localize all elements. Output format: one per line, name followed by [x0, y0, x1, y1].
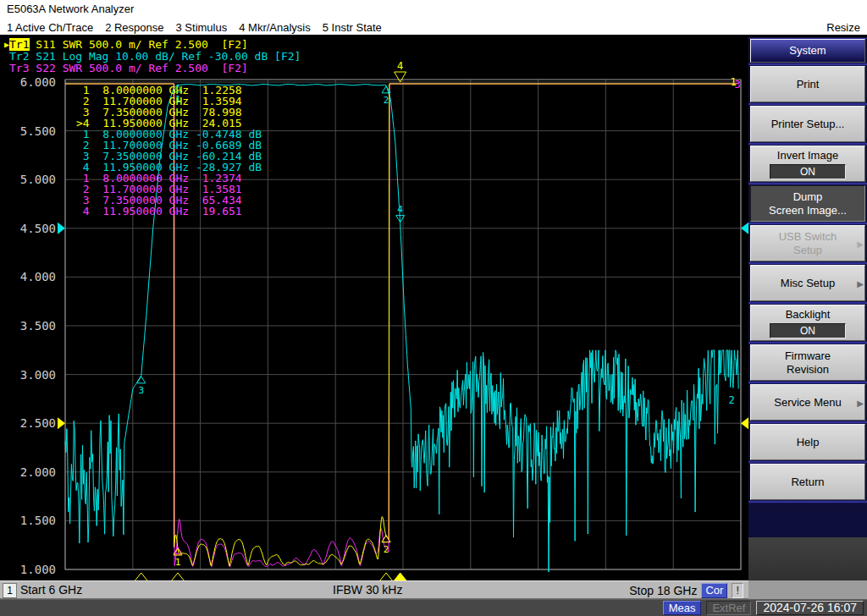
menu-item-2[interactable]: 2 Response: [105, 19, 163, 35]
status-bar-filler: [748, 580, 867, 599]
menu-items: 1 Active Ch/Trace2 Response3 Stimulus4 M…: [7, 19, 382, 35]
softkey-misc-setup[interactable]: Misc Setup▶: [750, 265, 865, 301]
y-axis-label: 2.500: [12, 416, 56, 430]
footer-bar: Meas ExtRef 2024-07-26 16:07: [0, 599, 867, 616]
trace-header-tr2[interactable]: Tr2 S21 Log Mag 10.00 dB/ Ref -30.00 dB …: [4, 51, 301, 63]
stimulus-marker: [135, 573, 148, 580]
y-axis-label: 4.000: [12, 270, 56, 283]
marker-2-tr1-label: 2: [384, 544, 389, 555]
trace-end-label-tr3: 3: [734, 79, 740, 91]
stop-frequency-label: Stop 18 GHz: [629, 584, 697, 597]
display-area: 1122344132 ▶Tr1 S11 SWR 500.0 m/ Ref 2.5…: [0, 37, 748, 580]
submenu-arrow-icon: ▶: [857, 239, 864, 248]
stimulus-marker-active: [394, 573, 407, 580]
softkey-backlight[interactable]: BacklightON: [750, 305, 865, 341]
softkey-label: Screen Image...: [769, 204, 847, 217]
menu-item-1[interactable]: 1 Active Ch/Trace: [7, 19, 93, 35]
alert-badge: !: [732, 583, 743, 598]
y-axis-label: 1.500: [12, 514, 56, 527]
softkey-label: USB Switch: [779, 230, 837, 244]
softkey-print[interactable]: Print: [750, 66, 865, 102]
window-title: E5063A Network Analyzer: [0, 0, 867, 19]
softkey-firmware-revision[interactable]: FirmwareRevision: [750, 344, 865, 381]
softkey-state-value: ON: [770, 323, 846, 338]
softkey-label: Print: [797, 78, 820, 91]
softkey-dump-screen-image[interactable]: DumpScreen Image...: [750, 185, 865, 222]
extref-status-badge: ExtRef: [706, 601, 751, 615]
softkey-label: Return: [791, 476, 824, 489]
softkey-service-menu[interactable]: Service Menu▶: [750, 384, 865, 421]
softkey-label: Firmware: [785, 349, 831, 363]
trace-params: S11 SWR 500.0 m/ Ref 2.500 [F2]: [30, 38, 248, 51]
softkey-label: Misc Setup: [781, 277, 835, 290]
marker-1-tr1-label: 1: [175, 557, 181, 568]
tr2-ref-arrow-right: [741, 223, 748, 234]
trace-id: Tr3: [9, 62, 29, 74]
softkey-state-value: ON: [770, 164, 846, 179]
active-marker-number: 4: [397, 60, 403, 72]
softkey-label: Service Menu: [774, 396, 841, 410]
softkey-label: Help: [797, 436, 820, 449]
menu-item-3[interactable]: 3 Stimulus: [176, 19, 228, 35]
trace-end-label-tr2: 2: [728, 394, 734, 406]
trace-params: S21 Log Mag 10.00 dB/ Ref -30.00 dB [F2]: [30, 50, 301, 63]
submenu-arrow-icon: ▶: [857, 278, 864, 288]
resize-button[interactable]: Resize: [826, 19, 860, 36]
tr1-ref-arrow-left: [58, 417, 65, 429]
y-axis-label: 3.000: [12, 368, 56, 382]
softkey-label: Backlight: [786, 308, 831, 322]
softkey-label: Setup: [793, 244, 822, 257]
softkey-label: System: [789, 44, 826, 58]
softkey-label: Printer Setup...: [771, 118, 845, 131]
marker-3-tr2-label: 3: [138, 385, 144, 396]
y-axis-label: 5.000: [12, 173, 56, 186]
start-frequency-label: Start 6 GHz: [20, 582, 82, 598]
stimulus-marker: [171, 573, 185, 580]
active-marker-arrow-icon: [395, 72, 406, 82]
y-axis-label: 6.000: [12, 75, 56, 89]
y-axis-label: 3.500: [12, 319, 56, 333]
softkey-system[interactable]: System: [750, 39, 865, 63]
softkey-label: Dump: [793, 190, 823, 204]
trace-id: Tr1: [9, 38, 29, 51]
menu-item-5[interactable]: 5 Instr State: [323, 19, 382, 35]
softkey-separator: [748, 500, 867, 503]
y-axis-label: 2.000: [12, 465, 56, 479]
softkey-usb-switch-setup: USB SwitchSetup▶: [750, 225, 865, 261]
y-axis-label: 5.500: [12, 124, 56, 138]
softkey-menu-filler: [748, 537, 867, 580]
menu-item-4[interactable]: 4 Mkr/Analysis: [239, 19, 311, 35]
status-bar: 1 Start 6 GHz IFBW 30 kHz Stop 18 GHz Co…: [0, 580, 748, 599]
ifbw-label: IFBW 30 kHz: [333, 582, 402, 598]
instrument-screen: E5063A Network Analyzer 1 Active Ch/Trac…: [0, 0, 867, 616]
channel-number-badge: 1: [3, 583, 17, 598]
trace-header-tr1[interactable]: ▶Tr1 S11 SWR 500.0 m/ Ref 2.500 [F2]: [4, 39, 248, 51]
stimulus-marker: [379, 573, 393, 580]
correction-badge: Cor: [701, 583, 727, 598]
softkey-help[interactable]: Help: [750, 424, 865, 460]
marker-2-tr2-label: 2: [384, 95, 389, 106]
tr2-ref-arrow-left: [58, 223, 65, 234]
softkey-printer-setup[interactable]: Printer Setup...: [750, 106, 865, 142]
trace-header-tr3[interactable]: Tr3 S22 SWR 500.0 m/ Ref 2.500 [F2]: [4, 63, 248, 74]
datetime-label: 2024-07-26 16:07: [756, 601, 864, 615]
softkey-label: Invert Image: [777, 149, 838, 162]
trace-id: Tr2: [9, 50, 29, 63]
softkey-label: Revision: [787, 363, 829, 377]
marker-row-tr3-4: 4 11.950000 GHz 19.651: [76, 206, 242, 217]
softkey-invert-image[interactable]: Invert ImageON: [750, 146, 865, 182]
marker-4-tr2-label: 4: [397, 204, 403, 215]
tr1-ref-arrow-right: [741, 417, 748, 429]
meas-status-badge: Meas: [663, 601, 702, 615]
softkey-return[interactable]: Return: [750, 464, 865, 500]
y-axis-label: 1.000: [12, 563, 56, 576]
trace-params: S22 SWR 500.0 m/ Ref 2.500 [F2]: [30, 62, 248, 74]
softkey-menu: SystemPrintPrinter Setup...Invert ImageO…: [748, 37, 867, 580]
menu-bar: 1 Active Ch/Trace2 Response3 Stimulus4 M…: [0, 19, 867, 36]
submenu-arrow-icon: ▶: [857, 398, 864, 407]
y-axis-label: 4.500: [12, 222, 56, 235]
